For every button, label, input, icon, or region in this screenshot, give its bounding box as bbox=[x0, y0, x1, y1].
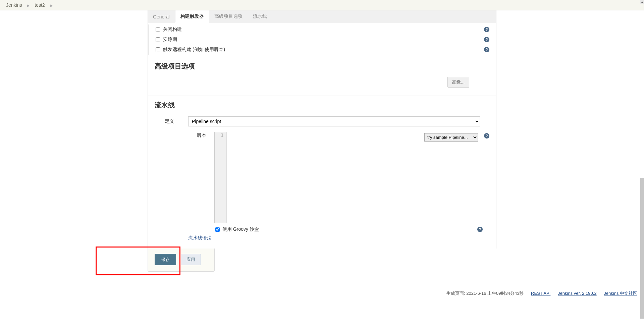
config-panel: General 构建触发器 高级项目选项 流水线 关闭构建 ? 安静期 ? 触发… bbox=[148, 10, 496, 249]
label-remote-trigger: 触发远程构建 (例如,使用脚本) bbox=[163, 47, 225, 53]
editor-body[interactable] bbox=[227, 132, 479, 223]
option-row-quiet-period: 安静期 ? bbox=[148, 35, 496, 45]
trigger-options: 关闭构建 ? 安静期 ? 触发远程构建 (例如,使用脚本) ? bbox=[148, 22, 496, 55]
checkbox-quiet-period[interactable] bbox=[156, 37, 160, 42]
sandbox-row: 使用 Groovy 沙盒 ? bbox=[148, 223, 496, 234]
footer-buttons: 保存 应用 bbox=[148, 249, 215, 272]
checkbox-disable-build[interactable] bbox=[156, 27, 160, 32]
help-icon[interactable]: ? bbox=[484, 47, 489, 52]
scrollbar-thumb[interactable] bbox=[640, 178, 644, 300]
script-editor[interactable]: 1 bbox=[214, 132, 479, 223]
label-quiet-period: 安静期 bbox=[163, 37, 177, 43]
chevron-right-icon: ▶ bbox=[47, 4, 56, 7]
script-row: 脚本 1 try sample Pipeline... ? bbox=[148, 130, 496, 223]
tab-general[interactable]: General bbox=[148, 11, 175, 22]
chevron-right-icon: ▶ bbox=[24, 4, 33, 7]
heading-advanced-options: 高级项目选项 bbox=[148, 57, 496, 74]
scroll-arrow-up-icon[interactable]: ▲ bbox=[640, 0, 644, 4]
option-row-remote-trigger: 触发远程构建 (例如,使用脚本) ? bbox=[148, 45, 496, 55]
label-definition: 定义 bbox=[155, 118, 188, 124]
label-disable-build: 关闭构建 bbox=[163, 26, 182, 33]
help-icon[interactable]: ? bbox=[484, 27, 489, 32]
jenkins-version-link[interactable]: Jenkins ver. 2.190.2 bbox=[558, 291, 597, 296]
editor-gutter: 1 bbox=[215, 132, 227, 223]
gutter-line-1: 1 bbox=[221, 133, 223, 138]
footer-generated-text: 生成页面: 2021-6-16 上午09时34分43秒 bbox=[446, 291, 524, 296]
checkbox-groovy-sandbox[interactable] bbox=[215, 227, 220, 232]
help-icon[interactable]: ? bbox=[484, 37, 489, 42]
breadcrumb: Jenkins ▶ test2 ▶ bbox=[0, 0, 644, 10]
checkbox-remote-trigger[interactable] bbox=[156, 47, 160, 52]
help-icon[interactable]: ? bbox=[477, 227, 483, 232]
help-icon[interactable]: ? bbox=[484, 133, 489, 139]
tab-advanced-options[interactable]: 高级项目选项 bbox=[209, 10, 248, 22]
config-tabs: General 构建触发器 高级项目选项 流水线 bbox=[148, 10, 496, 22]
definition-row: 定义 Pipeline script bbox=[148, 113, 496, 130]
definition-select[interactable]: Pipeline script bbox=[188, 116, 480, 126]
apply-button[interactable]: 应用 bbox=[181, 254, 201, 265]
sample-pipeline-select[interactable]: try sample Pipeline... bbox=[424, 133, 478, 142]
jenkins-community-link[interactable]: Jenkins 中文社区 bbox=[604, 291, 637, 296]
label-script: 脚本 bbox=[155, 132, 214, 223]
option-row-disable-build: 关闭构建 ? bbox=[148, 24, 496, 35]
pipeline-syntax-link[interactable]: 流水线语法 bbox=[188, 235, 212, 240]
tab-build-triggers[interactable]: 构建触发器 bbox=[175, 10, 209, 22]
page-footer: 生成页面: 2021-6-16 上午09时34分43秒 REST API Jen… bbox=[0, 287, 644, 300]
breadcrumb-project[interactable]: test2 bbox=[35, 2, 45, 8]
advanced-button[interactable]: 高级... bbox=[447, 77, 469, 88]
save-button[interactable]: 保存 bbox=[155, 254, 176, 265]
tab-pipeline[interactable]: 流水线 bbox=[248, 10, 272, 22]
breadcrumb-jenkins[interactable]: Jenkins bbox=[6, 2, 22, 8]
label-groovy-sandbox: 使用 Groovy 沙盒 bbox=[222, 226, 259, 232]
rest-api-link[interactable]: REST API bbox=[531, 291, 550, 296]
heading-pipeline: 流水线 bbox=[148, 96, 496, 113]
